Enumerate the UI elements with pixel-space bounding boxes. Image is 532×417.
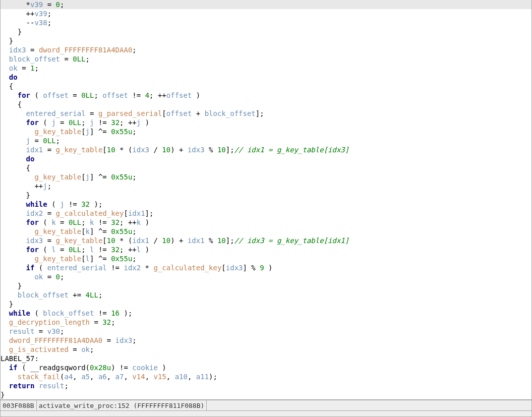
code-line[interactable]: g_key_table[j] ^= 0x55u; [1, 127, 531, 136]
code-token: [ [221, 264, 225, 272]
code-line[interactable]: for ( j = 0LL; j != 32; ++j ) [1, 118, 531, 127]
code-line[interactable]: stack_fail(a4, a5, a6, a7, v14, v15, a10… [1, 372, 531, 381]
code-line[interactable]: ++j; [1, 182, 531, 191]
code-token: } [26, 191, 30, 199]
code-token: for [26, 118, 39, 127]
code-token: ); [90, 200, 102, 208]
code-token: != [94, 309, 111, 317]
code-token: 10 [162, 236, 170, 245]
code-line[interactable]: } [1, 191, 531, 200]
code-token: ; [60, 327, 64, 335]
code-line[interactable]: for ( l = 0LL; l != 32; ++l ) [1, 245, 531, 254]
code-token: = [56, 246, 69, 254]
code-line[interactable]: --v38; [1, 18, 531, 27]
code-token: + [192, 109, 204, 117]
code-token: 0x55u [111, 227, 132, 235]
code-token: % [205, 146, 217, 154]
code-token: = [43, 209, 55, 217]
code-token: ; [34, 64, 38, 72]
code-token: ] % [243, 264, 260, 272]
code-token: idx3 [9, 46, 26, 54]
code-token: cookie [132, 364, 158, 372]
code-line[interactable]: j = 0LL; [1, 136, 531, 145]
code-token: [ [102, 146, 106, 154]
code-line[interactable]: for ( offset = 0LL; offset != 4; ++offse… [1, 91, 531, 100]
code-line[interactable]: if ( __readgsqword(0x28u) != cookie ) [1, 363, 531, 372]
code-line[interactable]: entered_serial = g_parsed_serial[offset … [1, 109, 531, 118]
code-line[interactable]: return result; [1, 381, 531, 390]
code-token: ; [132, 173, 136, 181]
code-token: = [69, 91, 81, 99]
code-line[interactable]: dword_FFFFFFFF81A4DAA0 = idx3; [1, 336, 531, 345]
code-view[interactable]: *v39 = 0; ++v39; --v38; } } idx3 = dword… [0, 0, 532, 400]
code-line[interactable]: block_offset += 4LL; [1, 290, 531, 300]
code-token: 32 [111, 246, 120, 254]
code-line[interactable]: result = v30; [1, 327, 531, 336]
code-token: j [43, 182, 47, 190]
code-line[interactable]: idx3 = g_key_table[10 * (idx1 / 10) + id… [1, 236, 531, 245]
code-token: idx1 [128, 209, 145, 217]
code-token: ) + [170, 146, 188, 154]
code-token: = [43, 146, 55, 154]
code-line[interactable]: block_offset = 0LL; [1, 54, 531, 64]
code-token: g_is_activated [9, 345, 69, 353]
code-token [34, 382, 38, 390]
code-line[interactable]: g_is_activated = ok; [1, 345, 531, 354]
code-line[interactable]: } [1, 27, 531, 36]
code-line[interactable]: ++v39; [1, 9, 531, 18]
code-token: ; [47, 182, 51, 190]
code-line[interactable]: if ( entered_serial != idx2 * g_calculat… [1, 263, 531, 272]
code-line[interactable]: g_key_table[k] ^= 0x55u; [1, 227, 531, 236]
code-line[interactable]: { [1, 163, 531, 172]
code-token: , [73, 373, 81, 381]
code-token: / [149, 146, 162, 154]
code-line[interactable]: ok = 1; [1, 64, 531, 73]
code-token: LABEL_57: [1, 354, 39, 363]
code-line[interactable]: idx3 = dword_FFFFFFFF81A4DAA0; [1, 45, 531, 54]
code-token: = [30, 137, 43, 145]
code-line[interactable]: } [1, 300, 531, 309]
code-token: g_key_table [34, 128, 81, 136]
code-token: g_parsed_serial [98, 109, 162, 117]
code-line[interactable]: *v39 = 0; [1, 0, 531, 9]
code-line[interactable]: ok = 0; [1, 272, 531, 281]
code-token: = [34, 327, 47, 335]
code-token: , [145, 373, 154, 381]
code-token: ( [39, 118, 51, 127]
code-token: 0x55u [111, 255, 132, 263]
code-token: ) [158, 364, 166, 372]
code-line[interactable]: do [1, 73, 531, 82]
code-line[interactable]: } [1, 390, 531, 399]
code-token: g_calculated_key [153, 264, 221, 272]
code-line[interactable]: LABEL_57: [1, 354, 531, 363]
code-line[interactable]: idx2 = g_calculated_key[idx1]; [1, 209, 531, 218]
code-token: ; ++ [120, 118, 137, 127]
code-token: % [205, 236, 217, 245]
code-token: do [9, 73, 18, 81]
code-token: ( [39, 246, 51, 254]
status-function: activate_write_proc:152 (FFFFFFFF811F088… [37, 400, 207, 410]
code-token: j [86, 173, 90, 181]
code-token: { [9, 82, 13, 90]
code-token: j [86, 128, 90, 136]
code-token: [ [81, 255, 85, 263]
code-line[interactable]: idx1 = g_key_table[10 * (idx3 / 10) + id… [1, 145, 531, 154]
status-bar: 003F088B activate_write_proc:152 (FFFFFF… [0, 400, 532, 411]
code-line[interactable]: } [1, 281, 531, 290]
code-token: ] ^= [90, 128, 111, 136]
code-token: = [56, 218, 69, 226]
code-line[interactable]: { [1, 82, 531, 91]
code-line[interactable]: while ( block_offset != 16 ); [1, 309, 531, 318]
code-line[interactable]: g_key_table[l] ^= 0x55u; [1, 254, 531, 263]
code-line[interactable]: do [1, 154, 531, 163]
code-line[interactable]: { [1, 100, 531, 109]
code-token: [ [81, 173, 85, 181]
code-line[interactable]: g_decryption_length = 32; [1, 318, 531, 327]
code-line[interactable]: for ( k = 0LL; k != 32; ++k ) [1, 218, 531, 227]
code-token: += [69, 291, 86, 299]
code-line[interactable]: g_key_table[j] ^= 0x55u; [1, 172, 531, 182]
code-line[interactable]: while ( j != 32 ); [1, 200, 531, 209]
code-token: * [26, 1, 30, 9]
code-token: g_key_table [34, 227, 81, 235]
code-line[interactable]: } [1, 36, 531, 45]
